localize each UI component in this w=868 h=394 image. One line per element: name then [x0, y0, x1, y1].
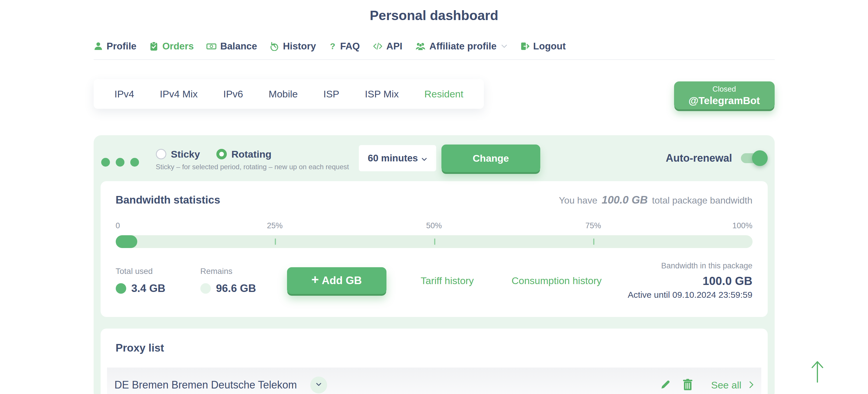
- logout-icon: [520, 41, 529, 51]
- change-button[interactable]: Change: [441, 145, 540, 172]
- duration-value: 60 minutes: [368, 153, 418, 164]
- nav-item-faq[interactable]: ? FAQ: [329, 41, 360, 52]
- banknote-icon: [207, 41, 216, 51]
- code-icon: [373, 41, 383, 51]
- tab-ipv6[interactable]: IPv6: [223, 88, 243, 100]
- nav-item-profile[interactable]: Profile: [94, 41, 137, 52]
- nav-item-balance[interactable]: Balance: [207, 41, 257, 52]
- chevron-down-icon: [501, 44, 507, 49]
- question-icon: ?: [329, 41, 336, 51]
- nav-label: Logout: [533, 41, 566, 52]
- tick-50: [434, 238, 435, 245]
- radio-sticky-label: Sticky: [171, 149, 200, 160]
- nav-item-affiliate-profile[interactable]: Affiliate profile: [415, 41, 507, 52]
- delete-proxy-button[interactable]: [682, 378, 693, 392]
- radio-rotating-label: Rotating: [231, 149, 272, 160]
- nav-item-orders[interactable]: Orders: [149, 41, 194, 52]
- people-group-icon: [415, 41, 426, 51]
- remains-dot-icon: [200, 283, 211, 294]
- clipboard-check-icon: [149, 41, 158, 51]
- session-mode-group: Sticky Rotating Sticky – for selected pe…: [156, 149, 349, 171]
- telegram-handle: @TelegramBot: [674, 95, 775, 107]
- proxy-list-heading: Proxy list: [116, 342, 752, 354]
- nav-item-history[interactable]: History: [270, 41, 316, 52]
- session-controls: Sticky Rotating Sticky – for selected pe…: [94, 135, 775, 181]
- auto-renewal-label: Auto-renewal: [665, 152, 732, 164]
- expand-proxy-button[interactable]: [310, 376, 327, 393]
- telegram-status: Closed: [674, 85, 775, 94]
- total-used-label: Total used: [116, 267, 165, 276]
- main-container: Personal dashboard Profile Orders Balanc…: [94, 0, 775, 394]
- remains-label: Remains: [200, 267, 256, 276]
- radio-sticky[interactable]: Sticky: [156, 149, 200, 160]
- trash-icon: [682, 378, 693, 392]
- active-until: Active until 09.10.2024 23:59:59: [628, 290, 752, 300]
- tab-ipv4[interactable]: IPv4: [115, 88, 134, 100]
- total-bandwidth-summary: You have 100.0 GB total package bandwidt…: [559, 194, 752, 206]
- progress-fill: [116, 235, 137, 248]
- total-bandwidth-value: 100.0 GB: [600, 194, 649, 206]
- proxy-name: DE Bremen Bremen Deutsche Telekom: [115, 379, 297, 391]
- total-used-value: 3.4 GB: [131, 282, 165, 295]
- tariff-history-link[interactable]: Tariff history: [421, 275, 474, 286]
- consumption-history-link[interactable]: Consumption history: [512, 275, 602, 286]
- chevron-down-icon: [315, 382, 322, 388]
- see-all-label: See all: [711, 380, 742, 391]
- telegram-bot-button[interactable]: Closed @TelegramBot: [674, 82, 775, 109]
- tab-isp-mix[interactable]: ISP Mix: [365, 88, 399, 100]
- auto-renewal-control: Auto-renewal: [665, 152, 767, 164]
- used-dot-icon: [116, 283, 126, 294]
- person-icon: [94, 41, 103, 51]
- proxy-row: DE Bremen Bremen Deutsche Telekom: [107, 367, 761, 394]
- arrow-up-icon: [810, 379, 825, 384]
- duration-select[interactable]: 60 minutes: [359, 145, 436, 171]
- nav-label: FAQ: [340, 41, 360, 52]
- nav-label: Orders: [162, 41, 194, 52]
- chevron-right-icon: [749, 380, 754, 391]
- radio-circle-icon: [216, 149, 227, 159]
- progress-scale: 0 25% 50% 75% 100%: [116, 221, 752, 231]
- tabs-row: IPv4 IPv4 Mix IPv6 Mobile ISP ISP Mix Re…: [94, 79, 775, 109]
- package-info: Bandwidth in this package 100.0 GB Activ…: [628, 262, 752, 300]
- resident-panel: Sticky Rotating Sticky – for selected pe…: [94, 135, 775, 394]
- nav-item-logout[interactable]: Logout: [520, 41, 566, 52]
- scroll-to-top-button[interactable]: [810, 360, 825, 385]
- history-icon: [270, 41, 279, 51]
- radio-rotating[interactable]: Rotating: [216, 149, 272, 160]
- pencil-icon: [659, 379, 671, 391]
- tab-isp[interactable]: ISP: [323, 88, 339, 100]
- session-mode-helper: Sticky – for selected period, rotating –…: [156, 163, 349, 171]
- bandwidth-heading: Bandwidth statistics: [116, 194, 220, 206]
- edit-proxy-button[interactable]: [659, 379, 671, 391]
- add-gb-button[interactable]: + Add GB: [287, 267, 386, 294]
- nav-label: API: [386, 41, 402, 52]
- plus-icon: +: [311, 280, 319, 281]
- auto-renewal-toggle[interactable]: [741, 152, 768, 164]
- bandwidth-statistics-card: Bandwidth statistics You have 100.0 GB t…: [101, 181, 768, 317]
- tick-75: [593, 238, 594, 245]
- nav-label: History: [283, 41, 316, 52]
- svg-text:?: ?: [330, 41, 335, 51]
- package-value: 100.0 GB: [628, 274, 752, 287]
- toggle-knob: [752, 150, 768, 166]
- add-gb-label: Add GB: [322, 274, 362, 287]
- bandwidth-progress-bar: [116, 235, 752, 248]
- remains-value: 96.6 GB: [216, 282, 256, 295]
- nav-label: Affiliate profile: [430, 41, 497, 52]
- proxy-list-card: Proxy list DE Bremen Bremen Deutsche Tel…: [101, 329, 768, 394]
- tab-mobile[interactable]: Mobile: [269, 88, 298, 100]
- page-title: Personal dashboard: [94, 0, 775, 23]
- see-all-link[interactable]: See all: [711, 380, 754, 391]
- tab-resident[interactable]: Resident: [424, 88, 463, 100]
- loading-dots-icon: [101, 158, 139, 166]
- nav-item-api[interactable]: API: [373, 41, 402, 52]
- radio-circle-icon: [156, 149, 166, 159]
- tab-ipv4-mix[interactable]: IPv4 Mix: [160, 88, 198, 100]
- proxy-actions: See all: [659, 378, 754, 392]
- remains-stat: Remains 96.6 GB: [200, 267, 256, 295]
- chevron-down-icon: [421, 153, 427, 164]
- proxy-type-tabs: IPv4 IPv4 Mix IPv6 Mobile ISP ISP Mix Re…: [94, 79, 484, 109]
- total-used-stat: Total used 3.4 GB: [116, 267, 165, 295]
- nav-label: Balance: [220, 41, 257, 52]
- top-navigation: Profile Orders Balance History ? FAQ: [94, 38, 775, 60]
